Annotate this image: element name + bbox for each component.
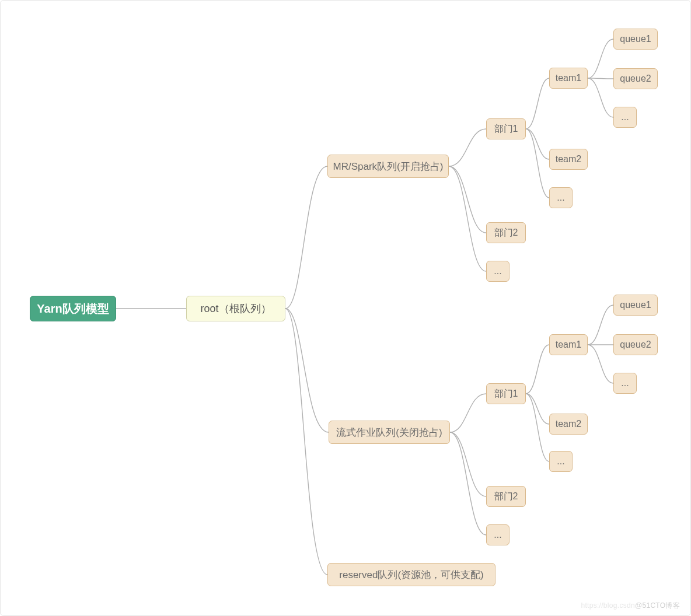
- watermark-right: @51CTO博客: [635, 601, 680, 610]
- node-dept1-bot[interactable]: 部门1: [486, 383, 526, 404]
- mindmap-canvas: Yarn队列模型 root（根队列） MR/Spark队列(开启抢占) 流式作业…: [0, 0, 691, 616]
- node-mrspark[interactable]: MR/Spark队列(开启抢占): [327, 155, 449, 178]
- node-stream[interactable]: 流式作业队列(关闭抢占): [329, 421, 450, 444]
- node-queue1-top[interactable]: queue1: [613, 29, 658, 50]
- node-queue2-bot[interactable]: queue2: [613, 334, 658, 355]
- root-title[interactable]: Yarn队列模型: [30, 296, 116, 321]
- node-dept2-bot[interactable]: 部门2: [486, 486, 526, 507]
- node-team-ellipsis-bot[interactable]: ...: [549, 451, 573, 472]
- watermark: https://blog.csdn@51CTO博客: [581, 601, 680, 611]
- node-dept-ellipsis-top[interactable]: ...: [486, 261, 509, 282]
- node-queue1-bot[interactable]: queue1: [613, 295, 658, 316]
- node-team-ellipsis-top[interactable]: ...: [549, 187, 573, 208]
- node-dept1-top[interactable]: 部门1: [486, 118, 526, 139]
- node-queue-ellipsis-bot[interactable]: ...: [613, 373, 637, 394]
- node-team2-bot[interactable]: team2: [549, 414, 588, 435]
- node-dept-ellipsis-bot[interactable]: ...: [486, 524, 509, 545]
- watermark-left: https://blog.csdn: [581, 601, 635, 610]
- node-dept2-top[interactable]: 部门2: [486, 222, 526, 243]
- node-queue2-top[interactable]: queue2: [613, 68, 658, 89]
- node-team1-top[interactable]: team1: [549, 68, 588, 89]
- node-queue-ellipsis-top[interactable]: ...: [613, 107, 637, 128]
- node-reserved[interactable]: reserved队列(资源池，可供支配): [327, 563, 495, 586]
- node-root[interactable]: root（根队列）: [186, 296, 285, 321]
- node-team2-top[interactable]: team2: [549, 149, 588, 170]
- node-team1-bot[interactable]: team1: [549, 334, 588, 355]
